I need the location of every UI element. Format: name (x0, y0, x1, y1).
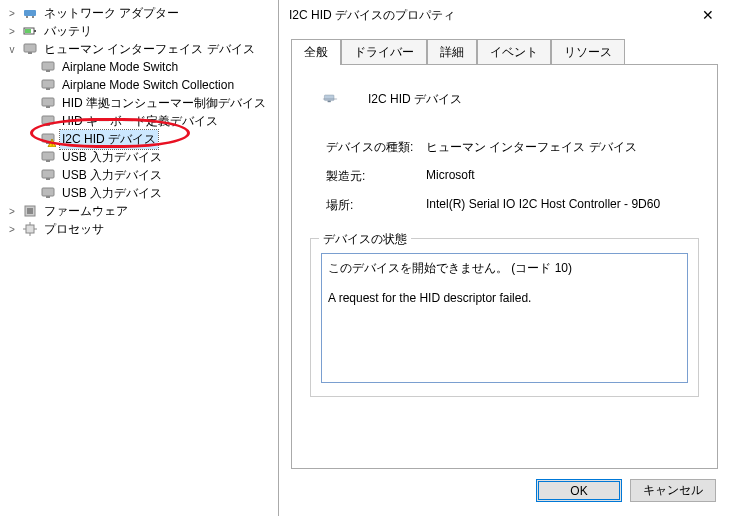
hid-icon (40, 59, 56, 75)
tree-item[interactable]: > バッテリ (6, 22, 278, 40)
device-status-legend: デバイスの状態 (319, 231, 411, 248)
close-icon: ✕ (702, 7, 714, 23)
hid-icon (40, 185, 56, 201)
tab-2[interactable]: 詳細 (427, 39, 477, 65)
close-button[interactable]: ✕ (685, 0, 730, 30)
tree-item-label: ネットワーク アダプター (42, 4, 181, 23)
hid-warning-icon: ! (40, 131, 56, 147)
device-name: I2C HID デバイス (368, 91, 462, 108)
tree-item-label: USB 入力デバイス (60, 184, 164, 203)
tree-item-label: I2C HID デバイス (60, 130, 158, 149)
properties-dialog: I2C HID デバイスのプロパティ ✕ 全般ドライバー詳細イベントリソース I… (278, 0, 730, 516)
svg-rect-5 (25, 29, 31, 33)
tree-item[interactable]: USB 入力デバイス (24, 166, 278, 184)
tree-item-label: USB 入力デバイス (60, 148, 164, 167)
tree-item[interactable]: > プロセッサ (6, 220, 278, 238)
prop-loc-label: 場所: (326, 197, 426, 214)
svg-rect-2 (32, 16, 34, 18)
tree-item-label: ファームウェア (42, 202, 130, 221)
svg-rect-8 (42, 62, 54, 70)
svg-rect-35 (323, 98, 337, 100)
tree-item[interactable]: USB 入力デバイス (24, 148, 278, 166)
tree-item-label: バッテリ (42, 22, 94, 41)
tree-item-label: プロセッサ (42, 220, 106, 239)
tab-strip: 全般ドライバー詳細イベントリソース (279, 30, 730, 64)
tree-item[interactable]: Airplane Mode Switch Collection (24, 76, 278, 94)
hid-icon (40, 77, 56, 93)
tree-item[interactable]: !I2C HID デバイス (24, 130, 278, 148)
svg-rect-22 (42, 170, 54, 178)
svg-rect-25 (46, 196, 50, 198)
hid-icon (40, 113, 56, 129)
tab-0[interactable]: 全般 (291, 39, 341, 65)
hid-icon (40, 95, 56, 111)
tree-item-label: USB 入力デバイス (60, 166, 164, 185)
firmware-icon (22, 203, 38, 219)
cancel-button[interactable]: キャンセル (630, 479, 716, 502)
svg-rect-28 (26, 225, 34, 233)
prop-type-value: ヒューマン インターフェイス デバイス (426, 139, 699, 156)
hid-icon (40, 149, 56, 165)
tree-item-label: Airplane Mode Switch (60, 59, 180, 75)
prop-type-label: デバイスの種類: (326, 139, 426, 156)
svg-rect-1 (26, 16, 28, 18)
svg-rect-15 (46, 124, 50, 126)
chevron-right-icon[interactable]: > (6, 25, 18, 37)
tree-item-label: Airplane Mode Switch Collection (60, 77, 236, 93)
tree-item[interactable]: > ファームウェア (6, 202, 278, 220)
svg-rect-12 (42, 98, 54, 106)
svg-rect-23 (46, 178, 50, 180)
hid-icon (22, 41, 38, 57)
svg-rect-0 (24, 10, 36, 16)
hid-icon (40, 167, 56, 183)
titlebar: I2C HID デバイスのプロパティ ✕ (279, 0, 730, 30)
prop-mfr-label: 製造元: (326, 168, 426, 185)
chevron-down-icon[interactable]: v (6, 43, 18, 55)
svg-rect-14 (42, 116, 54, 124)
tab-4[interactable]: リソース (551, 39, 625, 65)
tree-item[interactable]: HID キーボード定義デバイス (24, 112, 278, 130)
svg-rect-13 (46, 106, 50, 108)
svg-rect-9 (46, 70, 50, 72)
tree-item-label: HID キーボード定義デバイス (60, 112, 220, 131)
tree-item-label: ヒューマン インターフェイス デバイス (42, 40, 257, 59)
device-status-text[interactable] (321, 253, 688, 383)
tree-item[interactable]: > ネットワーク アダプター (6, 4, 278, 22)
tree-item[interactable]: Airplane Mode Switch (24, 58, 278, 76)
device-large-icon (310, 83, 350, 115)
tree-item[interactable]: USB 入力デバイス (24, 184, 278, 202)
prop-mfr-value: Microsoft (426, 168, 699, 185)
svg-rect-21 (46, 160, 50, 162)
svg-rect-24 (42, 188, 54, 196)
tab-3[interactable]: イベント (477, 39, 551, 65)
svg-rect-7 (28, 52, 32, 54)
tree-item-hid[interactable]: v ヒューマン インターフェイス デバイス (6, 40, 278, 58)
prop-loc-value: Intel(R) Serial IO I2C Host Controller -… (426, 197, 699, 214)
ok-button[interactable]: OK (536, 479, 622, 502)
svg-rect-11 (46, 88, 50, 90)
svg-rect-34 (328, 101, 331, 103)
chevron-right-icon[interactable]: > (6, 7, 18, 19)
tab-panel-general: I2C HID デバイス デバイスの種類: ヒューマン インターフェイス デバイ… (291, 64, 718, 469)
tree-item[interactable]: HID 準拠コンシューマー制御デバイス (24, 94, 278, 112)
cpu-icon (22, 221, 38, 237)
device-status-group: デバイスの状態 (310, 238, 699, 397)
device-tree[interactable]: > ネットワーク アダプター > バッテリ v ヒューマン インターフェイス デ… (0, 0, 278, 516)
svg-rect-27 (27, 208, 33, 214)
svg-rect-10 (42, 80, 54, 88)
svg-rect-6 (24, 44, 36, 52)
tree-item-label: HID 準拠コンシューマー制御デバイス (60, 94, 268, 113)
chevron-right-icon[interactable]: > (6, 205, 18, 217)
battery-icon (22, 23, 38, 39)
network-adapter-icon (22, 5, 38, 21)
tab-1[interactable]: ドライバー (341, 39, 427, 65)
chevron-right-icon[interactable]: > (6, 223, 18, 235)
svg-rect-4 (34, 30, 36, 32)
svg-rect-20 (42, 152, 54, 160)
dialog-title: I2C HID デバイスのプロパティ (289, 7, 685, 24)
